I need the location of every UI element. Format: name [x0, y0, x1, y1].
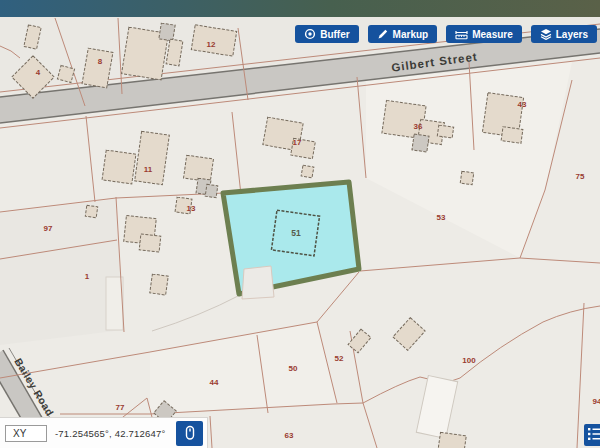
parcel-label-12: 12 — [207, 40, 216, 49]
parcel-label-17: 17 — [293, 138, 302, 147]
buffer-button-label: Buffer — [320, 29, 349, 40]
legend-list-button[interactable] — [584, 424, 600, 446]
parcel-label-43: 43 — [518, 100, 527, 109]
parcel-label-44: 44 — [210, 378, 219, 387]
coordinate-status-bar: XY -71.254565°, 42.712647° — [0, 417, 208, 448]
parcel-label-94: 94 — [593, 397, 600, 406]
parcel-label-75: 75 — [576, 172, 585, 181]
parcel-label-53: 53 — [437, 213, 446, 222]
parcel-notch — [242, 266, 274, 299]
parcel-label-1: 1 — [85, 272, 90, 281]
markup-button-label: Markup — [393, 29, 429, 40]
markup-button[interactable]: Markup — [368, 25, 438, 43]
coordinate-system-select[interactable]: XY — [5, 425, 47, 442]
coordinate-readout: -71.254565°, 42.712647° — [55, 428, 165, 439]
building-51-label: 51 — [291, 228, 301, 238]
parcel-label-100: 100 — [462, 356, 476, 365]
measure-button-label: Measure — [472, 29, 513, 40]
parcel-label-11: 11 — [144, 165, 153, 174]
measure-ruler-icon — [455, 28, 468, 40]
parcel-label-4: 4 — [36, 68, 41, 77]
parcel-label-50: 50 — [289, 364, 298, 373]
parcel-label-97: 97 — [44, 224, 53, 233]
markup-pencil-icon — [377, 28, 389, 40]
mouse-icon — [183, 425, 197, 441]
parcel-label-77: 77 — [116, 403, 125, 412]
legend-list-icon — [587, 427, 600, 441]
parcel-label-8: 8 — [98, 57, 103, 66]
buffer-target-icon — [304, 28, 316, 40]
map-viewer: 51 481211171336437553971445052637710094 … — [0, 0, 600, 448]
buffer-button[interactable]: Buffer — [295, 25, 358, 43]
parcel-label-13: 13 — [187, 204, 196, 213]
map-toolbar: Buffer Markup Measure Layers — [295, 25, 597, 43]
layers-button[interactable]: Layers — [531, 25, 597, 43]
layers-button-label: Layers — [556, 29, 588, 40]
parcel-label-63: 63 — [285, 431, 294, 440]
mouse-coordinates-button[interactable] — [176, 421, 203, 446]
parcel-label-36: 36 — [414, 122, 423, 131]
map-canvas[interactable]: 51 481211171336437553971445052637710094 … — [0, 0, 600, 448]
top-imagery-strip — [0, 0, 600, 17]
measure-button[interactable]: Measure — [446, 25, 522, 43]
parcel-label-52: 52 — [335, 354, 344, 363]
layers-icon — [540, 28, 552, 40]
